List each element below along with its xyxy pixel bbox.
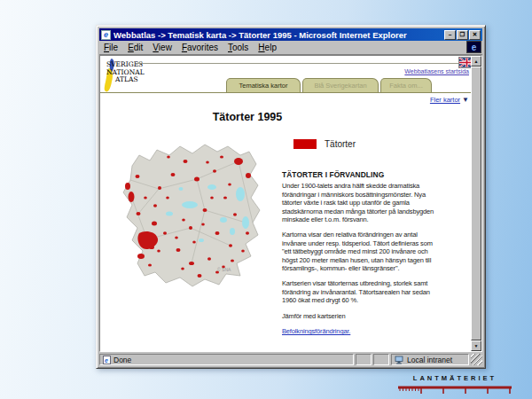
legend-color-swatch <box>293 139 317 149</box>
title-bar[interactable]: e Webbatlas -> Tematisk karta -> Tätorte… <box>99 28 482 41</box>
map-tatorter-1995: © SNA <box>106 136 279 295</box>
article-paragraph-3: Kartserien visar tätorternas utbredning,… <box>282 279 440 304</box>
sna-logo-text: SVERIGES NATIONAL ATLAS <box>106 61 145 84</box>
compare-text: Jämför med kartserien <box>282 312 440 320</box>
article-paragraph-1: Under 1900-talets andra hälft skedde dra… <box>282 182 440 223</box>
map-credit: © SNA <box>217 267 231 272</box>
resize-grip[interactable] <box>471 354 482 365</box>
tabs-baseline <box>100 92 471 93</box>
zone-text: Local intranet <box>407 356 452 364</box>
maximize-button[interactable]: ❐ <box>457 30 468 40</box>
close-button[interactable]: ✕ <box>469 30 481 40</box>
ie-throbber-icon: e <box>466 41 481 53</box>
scroll-thumb[interactable] <box>471 66 481 340</box>
menu-file[interactable]: File <box>104 43 118 52</box>
scroll-up-button[interactable]: ▲ <box>471 56 481 66</box>
webpage: SVERIGES NATIONAL ATLAS Webbatlasens sta… <box>100 56 471 351</box>
more-maps-link[interactable]: Fler kartor▼ <box>430 96 469 104</box>
ie-window-icon: e <box>101 30 111 40</box>
scroll-down-button[interactable]: ▼ <box>471 340 481 351</box>
tab-fakta-om[interactable]: Fakta om... <box>380 78 432 92</box>
lantmateriet-text: LANTMÄTERIET <box>397 374 512 382</box>
vertical-scrollbar[interactable]: ▲ ▼ <box>471 56 481 351</box>
menu-tools[interactable]: Tools <box>228 43 248 52</box>
status-message-panel: e Done <box>99 354 354 365</box>
menu-view[interactable]: View <box>153 43 172 52</box>
article-paragraph-2: Kartorna visar den relativa förändringen… <box>282 231 440 272</box>
chevron-down-icon: ▼ <box>462 96 469 104</box>
menu-bar: File Edit View Favorites Tools Help e <box>99 41 482 55</box>
lantmateriet-brand: LANTMÄTERIET <box>397 374 512 398</box>
lantmateriet-scale-bar-icon <box>398 386 512 395</box>
tab-bla-sverigekartan[interactable]: Blå Sverigekartan <box>302 78 379 92</box>
legend-label: Tätorter <box>325 139 356 149</box>
menu-help[interactable]: Help <box>258 43 277 52</box>
menu-favorites[interactable]: Favorites <box>182 43 218 52</box>
tab-strip: Tematiska kartor Blå Sverigekartan Fakta… <box>226 78 432 92</box>
header-divider <box>136 63 466 64</box>
window-title: Webbatlas -> Tematisk karta -> Tätorter … <box>113 30 442 40</box>
svg-text:e: e <box>105 357 108 364</box>
status-spacer-panel-1 <box>356 354 372 365</box>
document-icon: e <box>103 356 111 364</box>
article-title: TÄTORTER I FÖRVANDLING <box>282 171 440 179</box>
menu-edit[interactable]: Edit <box>128 43 143 52</box>
intranet-zone-icon <box>395 356 404 364</box>
page-title: Tätorter 1995 <box>176 111 318 123</box>
window-controls: – ❐ ✕ <box>444 30 481 40</box>
status-done-text: Done <box>113 356 131 364</box>
status-spacer-panel-2 <box>373 354 389 365</box>
befolkningsforandringar-link[interactable]: Befolkningsförändringar. <box>282 327 350 335</box>
status-bar: e Done Local intranet <box>99 353 482 365</box>
map-south-sweden: © SNA <box>106 136 279 295</box>
map-legend: Tätorter <box>293 139 356 149</box>
home-link[interactable]: Webbatlasens startsida <box>404 68 469 74</box>
tab-tematiska-kartor[interactable]: Tematiska kartor <box>226 78 301 92</box>
article: TÄTORTER I FÖRVANDLING Under 1900-talets… <box>282 171 440 336</box>
browser-content: SVERIGES NATIONAL ATLAS Webbatlasens sta… <box>99 55 482 352</box>
security-zone-panel: Local intranet <box>391 354 469 365</box>
browser-window: e Webbatlas -> Tematisk karta -> Tätorte… <box>96 25 486 369</box>
minimize-button[interactable]: – <box>444 30 456 40</box>
